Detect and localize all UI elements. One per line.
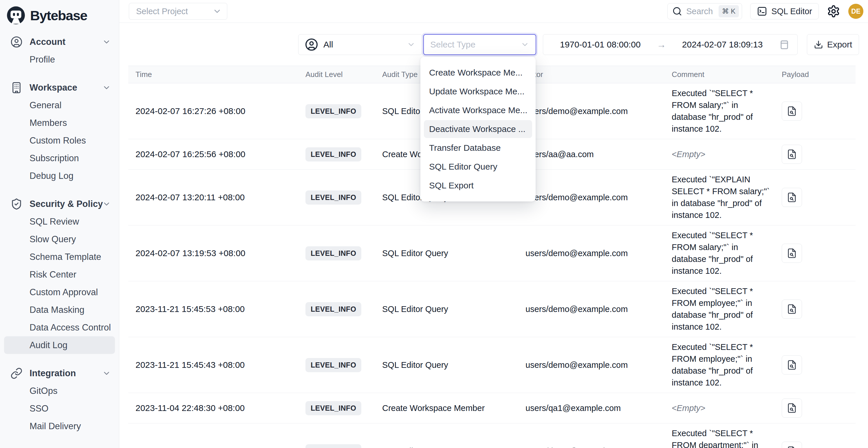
type-option-update-workspace-me[interactable]: Update Workspace Me... <box>421 83 536 100</box>
type-option-create-workspace-me[interactable]: Create Workspace Me... <box>421 64 536 82</box>
sidebar-item-label: Custom Approval <box>30 287 98 297</box>
settings-button[interactable] <box>827 5 840 18</box>
sql-editor-label: SQL Editor <box>771 7 812 16</box>
project-select[interactable]: Select Project <box>129 3 227 20</box>
file-search-icon <box>787 106 797 116</box>
sidebar-item-account[interactable]: Account <box>0 33 119 51</box>
sidebar-item-label: Data Access Control <box>30 322 111 333</box>
table-row: 2023-11-04 22:48:30 +08:00 LEVEL_INFO Cr… <box>128 393 856 423</box>
sidebar-item-debug-log[interactable]: Debug Log <box>0 167 119 185</box>
table-row: 2023-11-21 15:45:53 +08:00 LEVEL_INFO SQ… <box>128 281 856 337</box>
sidebar-item-profile[interactable]: Profile <box>0 51 119 68</box>
arrow-right-icon: → <box>657 39 666 50</box>
payload-view-button[interactable] <box>782 244 802 263</box>
audit-level-badge: LEVEL_INFO <box>305 444 361 448</box>
sidebar-item-mail-delivery[interactable]: Mail Delivery <box>0 417 119 435</box>
file-search-icon <box>787 304 797 314</box>
sidebar-item-sql-review[interactable]: SQL Review <box>0 213 119 230</box>
download-icon <box>814 40 823 49</box>
sidebar-item-data-access-control[interactable]: Data Access Control <box>0 319 119 336</box>
sidebar-item-subscription[interactable]: Subscription <box>0 149 119 167</box>
sidebar-item-data-masking[interactable]: Data Masking <box>0 301 119 319</box>
chevron-down-icon <box>102 369 111 378</box>
actor-filter-value: All <box>323 40 333 50</box>
actor-filter-select[interactable]: All <box>298 34 422 55</box>
sidebar-item-label: Integration <box>30 368 76 379</box>
audit-level-badge: LEVEL_INFO <box>305 147 361 161</box>
type-option-transfer-database[interactable]: Transfer Database <box>421 139 536 157</box>
audit-comment: Executed `"SELECT * FROM employee;"` in … <box>672 285 772 333</box>
sidebar-item-label: General <box>30 100 61 110</box>
audit-actor: users/demo@example.com <box>518 360 664 370</box>
table-row: 2023-11-21 15:45:43 +08:00 LEVEL_INFO SQ… <box>128 337 856 393</box>
audit-type: Create Workspace Member <box>374 404 518 413</box>
audit-comment: Executed `"SELECT * FROM salary;"` in da… <box>672 229 772 277</box>
file-search-icon <box>787 192 797 202</box>
type-option-deactivate-workspace[interactable]: Deactivate Workspace ... <box>424 120 532 138</box>
payload-view-button[interactable] <box>782 102 802 121</box>
type-option-activate-workspace-me[interactable]: Activate Workspace Me... <box>421 101 536 119</box>
date-range-picker[interactable]: 1970-01-01 08:00:00 → 2024-02-07 18:09:1… <box>543 34 798 55</box>
sidebar-item-label: Workspace <box>30 83 77 93</box>
export-button[interactable]: Export <box>807 34 859 55</box>
workspace-icon <box>10 82 23 94</box>
search-placeholder: Search <box>686 7 714 16</box>
terminal-icon <box>757 6 767 17</box>
audit-actor: users/qa1@example.com <box>518 404 664 413</box>
topbar-right: Search ⌘ K SQL Editor DE <box>668 3 863 20</box>
sidebar-item-gitops[interactable]: GitOps <box>0 382 119 400</box>
col-header-payload: Payload <box>774 70 856 79</box>
chevron-down-icon <box>407 40 415 49</box>
avatar[interactable]: DE <box>848 4 863 19</box>
audit-type: SQL Editor Query <box>374 447 518 448</box>
search-input[interactable]: Search ⌘ K <box>668 3 742 20</box>
audit-log-page: All Select Type 1970-01-01 08:00:00 → 20… <box>119 23 868 448</box>
sql-editor-button[interactable]: SQL Editor <box>750 3 819 20</box>
chevron-down-icon <box>521 40 529 49</box>
sidebar-item-members[interactable]: Members <box>0 114 119 132</box>
security-icon <box>10 198 23 210</box>
audit-comment: <Empty> <box>672 149 772 160</box>
payload-view-button[interactable] <box>782 442 802 448</box>
sidebar-nav: Account Profile Workspace General Member… <box>0 28 119 448</box>
audit-actor: users/aa@aa.com <box>518 150 664 159</box>
sidebar-item-label: Mail Delivery <box>30 421 81 431</box>
payload-view-button[interactable] <box>782 398 802 418</box>
brand-name: Bytebase <box>30 7 87 24</box>
audit-type: SQL Editor Query <box>374 305 518 314</box>
sidebar-item-audit-log[interactable]: Audit Log <box>4 336 115 354</box>
sidebar-item-custom-roles[interactable]: Custom Roles <box>0 132 119 149</box>
sidebar-item-label: GitOps <box>30 386 57 396</box>
sidebar-item-schema-template[interactable]: Schema Template <box>0 248 119 266</box>
date-end-value[interactable]: 2024-02-07 18:09:13 <box>682 40 763 50</box>
payload-view-button[interactable] <box>782 355 802 375</box>
type-option-sql-editor-query[interactable]: SQL Editor Query <box>421 158 536 176</box>
audit-comment: Executed `"EXPLAIN SELECT * FROM salary;… <box>672 174 772 221</box>
type-option-sql-export[interactable]: SQL Export <box>421 177 536 194</box>
sidebar-item-slow-query[interactable]: Slow Query <box>0 230 119 248</box>
sidebar-item-security-policy[interactable]: Security & Policy <box>0 195 119 213</box>
search-shortcut-badge: ⌘ K <box>719 5 739 18</box>
payload-view-button[interactable] <box>782 299 802 319</box>
file-search-icon <box>787 446 797 448</box>
type-filter-select[interactable]: Select Type <box>423 34 536 55</box>
sidebar-item-sso[interactable]: SSO <box>0 400 119 417</box>
date-start-value[interactable]: 1970-01-01 08:00:00 <box>560 40 641 50</box>
col-header-audit-level: Audit Level <box>298 70 374 79</box>
audit-time: 2023-11-21 15:45:53 +08:00 <box>128 304 298 314</box>
audit-actor: users/demo@example.com <box>518 106 664 116</box>
sidebar-item-risk-center[interactable]: Risk Center <box>0 266 119 283</box>
sidebar-item-custom-approval[interactable]: Custom Approval <box>0 283 119 301</box>
sidebar: Bytebase Account Profile Workspace Gener… <box>0 0 119 448</box>
col-header-time: Time <box>128 70 298 79</box>
sidebar-item-archived[interactable]: Archived <box>0 445 119 448</box>
sidebar-item-integration[interactable]: Integration <box>0 364 119 382</box>
sidebar-item-general[interactable]: General <box>0 96 119 114</box>
payload-view-button[interactable] <box>782 188 802 207</box>
sidebar-item-workspace[interactable]: Workspace <box>0 79 119 96</box>
sidebar-item-label: Security & Policy <box>30 199 103 209</box>
audit-level-badge: LEVEL_INFO <box>305 358 361 372</box>
payload-view-button[interactable] <box>782 145 802 164</box>
file-search-icon <box>787 248 797 258</box>
audit-time: 2024-02-07 16:25:56 +08:00 <box>128 149 298 159</box>
